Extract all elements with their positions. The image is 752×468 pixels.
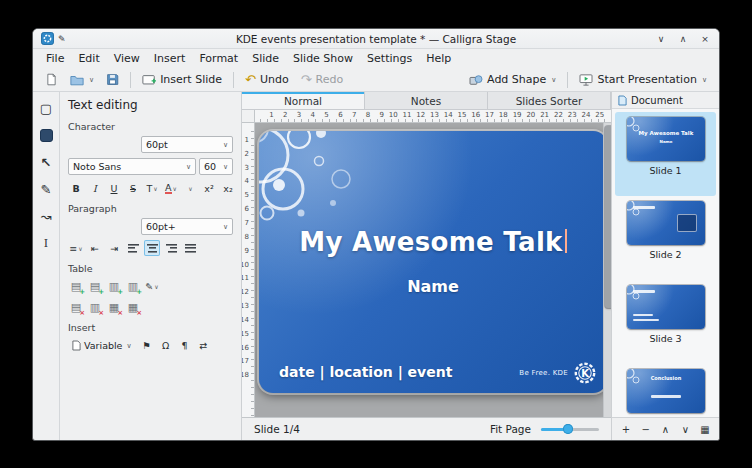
slide-footer-text[interactable]: date | location | event <box>279 364 452 380</box>
zoom-slider-handle[interactable] <box>563 424 573 434</box>
add-slide-button[interactable]: + <box>618 421 634 437</box>
text-direction-button[interactable]: ⇄ <box>196 338 212 354</box>
character-section-label: Character <box>68 121 233 132</box>
shape-selection-tool-icon: ▢ <box>40 101 52 116</box>
text-cursor <box>565 229 567 253</box>
slide-thumbnail-item[interactable]: ConclusionSlide 4 <box>615 364 716 417</box>
insert-row-below-badge: + <box>98 288 104 296</box>
add-shape-button[interactable]: Add Shape ∨ <box>464 71 561 88</box>
insert-column-right-button[interactable]: ▥+ <box>125 278 141 294</box>
font-size-combo[interactable]: 60 ∨ <box>199 158 233 175</box>
maximize-button[interactable]: ∧ <box>677 33 689 45</box>
move-slide-up-button[interactable]: ∧ <box>658 421 674 437</box>
tab-slides-sorter[interactable]: Slides Sorter <box>488 92 611 109</box>
strikethrough-icon: S <box>130 183 136 194</box>
change-case-button[interactable]: T∨ <box>144 180 160 196</box>
delete-row-button[interactable]: ▤× <box>68 299 84 315</box>
strikethrough-button[interactable]: S <box>125 180 141 196</box>
save-button[interactable] <box>101 71 124 88</box>
menu-edit[interactable]: Edit <box>71 51 106 66</box>
delete-slide-button[interactable]: − <box>638 421 654 437</box>
superscript-button[interactable]: x² <box>201 180 217 196</box>
menu-help[interactable]: Help <box>419 51 458 66</box>
slide-thumbnail-item[interactable]: Slide 3 <box>615 280 716 364</box>
text-cursor-tool[interactable]: I <box>35 232 57 254</box>
move-slide-down-button[interactable]: ∨ <box>677 421 693 437</box>
tab-normal[interactable]: Normal <box>242 92 365 109</box>
thumb-title: Conclusion <box>627 375 705 381</box>
slide-editing-surface[interactable]: My Awesome Talk Name date | location | e… <box>259 131 607 393</box>
scrollbar-thumb[interactable] <box>605 126 611 308</box>
paragraph-style-combo[interactable]: 60pt+ ∨ <box>141 218 233 235</box>
hruler-number: 11 <box>398 110 412 122</box>
character-style-combo[interactable]: 60pt ∨ <box>141 136 233 153</box>
tab-notes[interactable]: Notes <box>365 92 488 109</box>
align-justify-button[interactable] <box>182 240 198 256</box>
vertical-scrollbar[interactable] <box>603 123 611 417</box>
new-document-button[interactable] <box>40 71 63 88</box>
menu-insert[interactable]: Insert <box>147 51 193 66</box>
thumb-text-bar <box>633 206 655 209</box>
font-color-button[interactable]: A∨ <box>163 180 179 196</box>
pencil-tool[interactable]: ✎ <box>35 178 57 200</box>
align-right-button[interactable] <box>163 240 179 256</box>
thumb-content-box <box>677 214 697 232</box>
thumb-content: Conclusion <box>627 369 705 413</box>
slide-subtitle-text[interactable]: Name <box>259 277 607 296</box>
shape-selection-tool[interactable]: ▢ <box>35 97 57 119</box>
menu-file[interactable]: File <box>39 51 71 66</box>
slide-title-text[interactable]: My Awesome Talk <box>259 227 607 257</box>
text-editing-tool[interactable] <box>35 124 57 146</box>
highlight-color-button[interactable]: ∨ <box>182 180 198 196</box>
italic-button[interactable]: I <box>87 180 103 196</box>
vruler-number: 8 <box>245 233 249 242</box>
insert-variable-button[interactable]: Variable ∨ <box>68 337 136 354</box>
zoom-mode-label[interactable]: Fit Page <box>490 423 531 435</box>
slide-thumbnail-item[interactable]: My Awesome TalkNameSlide 1 <box>615 112 716 196</box>
slide-thumb: Conclusion <box>627 369 705 413</box>
horizontal-ruler[interactable]: 1234567891011121314151617181920212223242… <box>255 110 611 122</box>
menu-format[interactable]: Format <box>192 51 245 66</box>
menu-view[interactable]: View <box>107 51 147 66</box>
formatting-marks-button[interactable]: ¶ <box>177 338 193 354</box>
align-center-button[interactable] <box>144 240 160 256</box>
insert-column-left-button[interactable]: ▥+ <box>106 278 122 294</box>
redo-button[interactable]: ↷ Redo <box>296 71 349 88</box>
table-border-pen-button[interactable]: ✎∨ <box>144 278 160 294</box>
path-editing-tool[interactable]: ↝ <box>35 205 57 227</box>
interaction-tool[interactable]: ↖ <box>35 151 57 173</box>
bold-button[interactable]: B <box>68 180 84 196</box>
menu-slide-show[interactable]: Slide Show <box>286 51 360 66</box>
align-left-button[interactable] <box>125 240 141 256</box>
menu-settings[interactable]: Settings <box>360 51 419 66</box>
insert-row-above-button[interactable]: ▤+ <box>68 278 84 294</box>
insert-slide-button[interactable]: Insert Slide <box>137 71 227 88</box>
minimize-button[interactable]: ∨ <box>655 33 667 45</box>
merge-cells-button[interactable]: ▦× <box>106 299 122 315</box>
open-document-button[interactable]: ∨ <box>65 72 99 88</box>
delete-column-button[interactable]: ▥× <box>87 299 103 315</box>
zoom-slider[interactable] <box>541 423 599 435</box>
start-presentation-button[interactable]: Start Presentation ∨ <box>574 71 712 88</box>
path-editing-tool-icon: ↝ <box>41 209 52 224</box>
menu-slide[interactable]: Slide <box>245 51 286 66</box>
slide-canvas-area[interactable]: My Awesome Talk Name date | location | e… <box>255 123 611 417</box>
undo-button[interactable]: ↶ Undo <box>240 71 294 88</box>
close-button[interactable]: × <box>699 33 711 45</box>
increase-indent-button[interactable]: ⇥ <box>106 240 122 256</box>
vertical-ruler[interactable]: 123456789101112131415161718 <box>242 123 255 417</box>
insert-special-character-button[interactable]: Ω <box>158 338 174 354</box>
insert-row-below-button[interactable]: ▤+ <box>87 278 103 294</box>
title-bar[interactable]: KDE events presentation template * — Cal… <box>33 29 719 49</box>
font-family-combo[interactable]: Noto Sans ∨ <box>68 158 196 175</box>
paragraph-section-label: Paragraph <box>68 203 233 214</box>
split-cells-button[interactable]: ▦× <box>125 299 141 315</box>
slide-layout-button[interactable]: ▦ <box>697 421 713 437</box>
insert-bookmark-button[interactable]: ⚑ <box>139 338 155 354</box>
vruler-number: 5 <box>245 191 249 200</box>
underline-button[interactable]: U <box>106 180 122 196</box>
slide-thumbnail-item[interactable]: Slide 2 <box>615 196 716 280</box>
decrease-indent-button[interactable]: ⇤ <box>87 240 103 256</box>
list-style-button[interactable]: ≡∨ <box>68 240 84 256</box>
subscript-button[interactable]: x₂ <box>220 180 236 196</box>
